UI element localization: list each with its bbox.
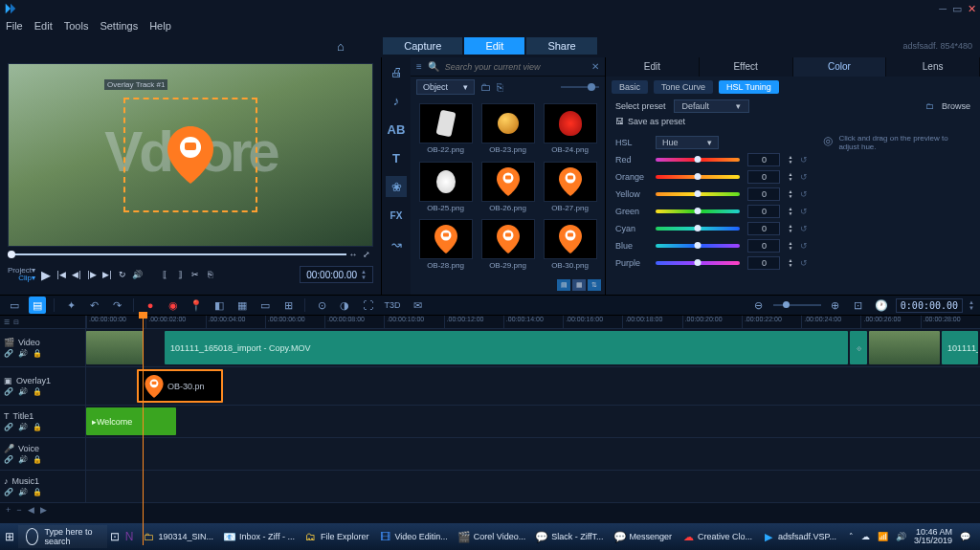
- subtitle-icon[interactable]: ▭: [256, 297, 274, 314]
- track-list-icon[interactable]: ☰: [4, 319, 10, 326]
- hsl-slider-red[interactable]: [656, 158, 740, 162]
- tab-share[interactable]: Share: [526, 37, 596, 55]
- taskbar-item[interactable]: 🎞Video Editin...: [373, 525, 452, 548]
- 3d-title-button[interactable]: T3D: [382, 297, 403, 314]
- hsl-reset-icon[interactable]: ↺: [800, 155, 808, 165]
- fit-timeline-icon[interactable]: ⊡: [850, 297, 867, 314]
- hsl-reset-icon[interactable]: ↺: [800, 224, 808, 233]
- taskbar-item[interactable]: ☁Creative Clo...: [677, 525, 757, 548]
- hsl-value[interactable]: 0: [747, 239, 780, 253]
- storyboard-view-icon[interactable]: ▭: [6, 297, 23, 314]
- mark-out-button[interactable]: ⟧: [173, 267, 187, 282]
- library-item[interactable]: OB-22.png: [416, 103, 475, 158]
- video-clip-thumb[interactable]: [86, 331, 144, 364]
- music-track-body[interactable]: [86, 471, 980, 502]
- step-fwd-button[interactable]: |▶: [85, 267, 99, 282]
- play-button[interactable]: ▶: [39, 267, 53, 282]
- tab-edit[interactable]: Edit: [464, 37, 524, 55]
- go-end-button[interactable]: ▶|: [100, 267, 114, 282]
- hamburger-icon[interactable]: ≡: [416, 61, 422, 72]
- library-item[interactable]: OB-24.png: [541, 103, 599, 158]
- hsl-reset-icon[interactable]: ↺: [800, 258, 808, 268]
- eyedropper-target-icon[interactable]: ◎: [823, 134, 833, 147]
- hsl-value[interactable]: 0: [747, 187, 780, 201]
- hsl-slider-blue[interactable]: [656, 244, 740, 248]
- minimize-button[interactable]: ─: [939, 3, 947, 14]
- clear-search-icon[interactable]: ✕: [591, 61, 599, 72]
- video-clip-main[interactable]: 101111_165018_import - Copy.MOV: [165, 331, 848, 364]
- title-clip[interactable]: ▸ Welcome: [86, 407, 176, 435]
- library-item[interactable]: OB-23.png: [479, 103, 537, 158]
- hsl-value[interactable]: 0: [747, 170, 780, 184]
- save-as-preset-button[interactable]: 🖫 Save as preset: [606, 115, 980, 128]
- track-mute-icon[interactable]: 🔊: [18, 349, 28, 358]
- taskbar-clock[interactable]: 10:46 AM 3/15/2019: [914, 528, 952, 546]
- rail-transition-icon[interactable]: AB: [386, 119, 407, 140]
- rail-path-icon[interactable]: ↝: [386, 233, 407, 254]
- home-icon[interactable]: ⌂: [337, 39, 345, 54]
- library-item[interactable]: OB-30.png: [541, 219, 599, 274]
- taskbar-item[interactable]: 🗂File Explorer: [300, 525, 374, 548]
- video-track-body[interactable]: 101111_165018_import - Copy.MOV ⟐ 101111…: [86, 329, 980, 366]
- chapter-icon[interactable]: ◧: [211, 297, 228, 314]
- volume-icon[interactable]: 🔊: [131, 267, 145, 282]
- lib-sort-icon[interactable]: ⇅: [588, 279, 601, 291]
- maximize-button[interactable]: ▭: [952, 3, 962, 15]
- library-search-input[interactable]: [445, 62, 586, 72]
- menu-edit[interactable]: Edit: [34, 20, 53, 32]
- snapshot-button[interactable]: ⎘: [204, 267, 217, 282]
- zoom-out-button[interactable]: ⊖: [750, 297, 768, 314]
- voice-track-body[interactable]: [86, 438, 980, 470]
- track-link-icon[interactable]: 🔗: [4, 349, 13, 358]
- hsl-value[interactable]: 0: [747, 153, 780, 166]
- hsl-slider-orange[interactable]: [656, 175, 740, 179]
- overlay-track-body[interactable]: OB-30.pn: [86, 367, 980, 405]
- menu-help[interactable]: Help: [149, 20, 171, 32]
- rail-sound-icon[interactable]: ♪: [386, 90, 407, 111]
- overlay-object-bbox[interactable]: [123, 98, 257, 212]
- menu-settings[interactable]: Settings: [100, 20, 138, 32]
- library-item[interactable]: OB-28.png: [416, 219, 475, 274]
- go-start-button[interactable]: |◀: [55, 267, 68, 282]
- rail-graphic-icon[interactable]: ❀: [386, 176, 407, 197]
- tray-cloud-icon[interactable]: ☁: [861, 532, 870, 541]
- library-item[interactable]: OB-25.png: [416, 162, 475, 216]
- browse-folder-icon[interactable]: 🗀: [925, 101, 934, 111]
- hsl-value[interactable]: 0: [747, 256, 780, 270]
- prop-tab-lens[interactable]: Lens: [886, 57, 980, 77]
- taskbar-item[interactable]: 📧Inbox - Ziff - ...: [218, 525, 300, 548]
- clock-icon[interactable]: 🕐: [873, 297, 890, 314]
- taskbar-item[interactable]: 🎬Corel Video...: [453, 525, 530, 548]
- tab-capture[interactable]: Capture: [383, 37, 462, 55]
- rail-media-icon[interactable]: 🖨: [386, 61, 407, 82]
- taskbar-item[interactable]: 💬Slack - ZiffT...: [530, 525, 608, 548]
- hsl-reset-icon[interactable]: ↺: [800, 207, 808, 216]
- library-item[interactable]: OB-29.png: [479, 219, 537, 274]
- loop-button[interactable]: ↻: [116, 267, 129, 282]
- redo-button[interactable]: ↷: [108, 297, 125, 314]
- remove-track-button[interactable]: −: [16, 505, 21, 515]
- video-clip-end[interactable]: 101111_16: [942, 331, 978, 364]
- prop-tab-color[interactable]: Color: [793, 57, 887, 77]
- marker-add-icon[interactable]: 📍: [188, 297, 205, 314]
- timeline-timecode[interactable]: 0:00:00.00: [896, 298, 963, 313]
- split-button[interactable]: ✂: [189, 267, 202, 282]
- lib-view-list-icon[interactable]: ▤: [557, 279, 570, 291]
- track-toggle-icon[interactable]: ⊟: [13, 319, 19, 326]
- menu-file[interactable]: File: [6, 20, 23, 32]
- notification-icon[interactable]: 💬: [960, 532, 970, 541]
- prop-subtab[interactable]: HSL Tuning: [719, 80, 779, 94]
- overlay-clip[interactable]: OB-30.pn: [137, 369, 223, 403]
- timeline-view-icon[interactable]: ▤: [29, 297, 46, 314]
- mask-icon[interactable]: ◑: [336, 297, 353, 314]
- hsl-slider-purple[interactable]: [656, 261, 740, 265]
- menu-tools[interactable]: Tools: [64, 20, 89, 32]
- prop-tab-effect[interactable]: Effect: [700, 57, 793, 77]
- hsl-slider-cyan[interactable]: [656, 227, 740, 231]
- taskbar-search[interactable]: Type here to search: [18, 525, 107, 548]
- record-screen-button[interactable]: ◉: [165, 297, 182, 314]
- track-lock-icon[interactable]: 🔒: [33, 349, 42, 358]
- scrubber[interactable]: ↔ ⤢: [8, 251, 373, 258]
- tray-up-icon[interactable]: ˄: [849, 532, 854, 541]
- search-icon[interactable]: 🔍: [428, 61, 439, 72]
